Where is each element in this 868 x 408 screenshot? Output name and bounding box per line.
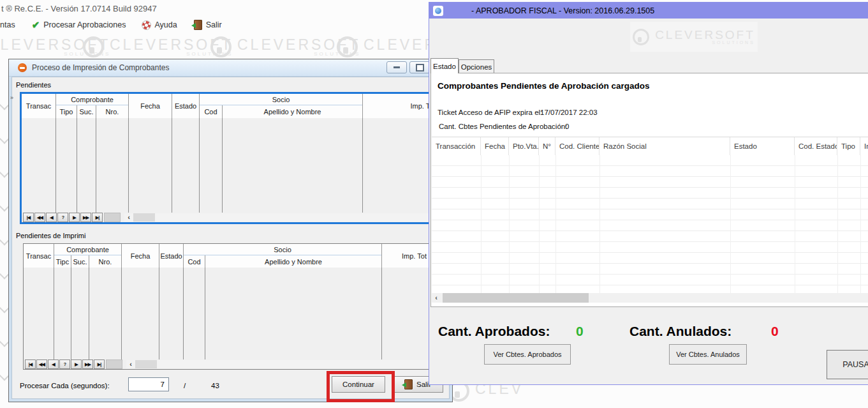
- col-estado[interactable]: Estado: [730, 137, 795, 155]
- menu-item-procesar-aprobaciones[interactable]: ✔ Procesar Aprobaciones: [32, 19, 126, 31]
- col-tipo: Tipc: [54, 255, 71, 268]
- nav-prior-button[interactable]: ◀: [46, 213, 57, 222]
- scroll-left-icon[interactable]: ‹: [124, 213, 133, 222]
- menu-procesar-label: Procesar Aprobaciones: [43, 20, 126, 29]
- colgroup-socio: Socio Cod Apellido y Nombre: [184, 244, 382, 268]
- col-numero[interactable]: N°: [539, 137, 555, 155]
- scrollbar-thumb[interactable]: [135, 360, 157, 368]
- right-window-titlebar[interactable]: - APROBADOR FISCAL - Version: 2016.06.29…: [429, 3, 868, 19]
- col-cod-estado[interactable]: Cod. Estado: [795, 137, 837, 155]
- col-pto-vta[interactable]: Pto.Vta.: [509, 137, 539, 155]
- col-apellido: Apellido y Nombre: [205, 255, 381, 268]
- nav-refresh-button[interactable]: ?: [57, 213, 68, 222]
- col-transac: Transac: [24, 244, 54, 268]
- panel-heading: Comprobantes Pendientes de Aprobación ca…: [438, 81, 650, 91]
- pausa-button[interactable]: PAUSA: [827, 350, 868, 379]
- col-transac: Transac: [22, 94, 56, 118]
- check-icon: ✔: [32, 19, 40, 31]
- nav-last-button[interactable]: ▶|: [94, 359, 105, 369]
- col-tipo: Tipo: [56, 105, 77, 118]
- help-lifebuoy-icon: [142, 21, 151, 29]
- tab-estado[interactable]: Estado: [430, 58, 459, 73]
- horizontal-scrollbar[interactable]: ‹: [126, 360, 446, 368]
- expander-chevrons[interactable]: »: [10, 94, 13, 101]
- nav-next-button[interactable]: ▶: [69, 213, 80, 222]
- left-window-title: Proceso de Impresión de Comprobantes: [32, 63, 169, 72]
- col-fecha[interactable]: Fecha: [481, 137, 509, 155]
- col-nro: Nro.: [89, 255, 121, 268]
- cant-aprobados-value: 0: [576, 324, 584, 339]
- pendientes-grid-header: Transac Comprobante Tipo Suc. Nro. Fecha…: [22, 94, 444, 118]
- col-razon-social[interactable]: Razón Social: [600, 137, 730, 155]
- colgroup-socio: Socio Cod Apellido y Nombre: [200, 94, 363, 118]
- nav-first-button[interactable]: |◀: [25, 359, 36, 369]
- exit-door-icon: [194, 20, 202, 30]
- app-version-title: t ® Re.C.E. - Versión 17.0714 Build 9294…: [1, 4, 157, 13]
- col-suc: Suc.: [77, 105, 96, 118]
- ver-cbtes-anulados-button[interactable]: Ver Cbtes. Anulados: [669, 344, 747, 365]
- window-aprobador-fiscal: - APROBADOR FISCAL - Version: 2016.06.29…: [429, 2, 868, 385]
- nav-next-page-button[interactable]: ▶▶: [82, 359, 93, 369]
- slash-separator: /: [184, 382, 186, 389]
- desktop: t ® Re.C.E. - Versión 17.0714 Build 9294…: [0, 0, 868, 408]
- nav-prior-button[interactable]: ◀: [48, 359, 59, 369]
- pendientes-label: Pendientes: [16, 81, 51, 89]
- right-window-title: - APROBADOR FISCAL - Version: 2016.06.29…: [471, 6, 654, 15]
- menu-item-ayuda[interactable]: Ayuda: [142, 20, 177, 29]
- table-horizontal-scrollbar[interactable]: ‹: [432, 293, 868, 303]
- nav-refresh-button[interactable]: ?: [59, 359, 70, 369]
- left-window-content: » Pendientes Transac Comprobante Tipo Su…: [11, 77, 450, 399]
- procesar-cada-label: Procesar Cada (segundos):: [20, 382, 110, 389]
- ver-cbtes-aprobados-button[interactable]: Ver Cbtes. Aprobados: [484, 344, 571, 365]
- nav-prior-page-button[interactable]: ◀◀: [34, 213, 45, 222]
- aprobador-app-icon: [433, 6, 443, 16]
- nav-last-button[interactable]: ▶|: [92, 213, 103, 222]
- scrollbar-thumb[interactable]: [443, 293, 589, 303]
- scrollbar-thumb[interactable]: [133, 213, 155, 222]
- brand-circle-icon: [337, 36, 358, 57]
- aprobacion-table-header: Transacción Fecha Pto.Vta. N° Cod. Clien…: [432, 137, 868, 156]
- col-imp[interactable]: Imp: [860, 137, 868, 155]
- cant-anulados-label: Cant. Anulados:: [629, 324, 732, 339]
- nav-next-button[interactable]: ▶: [71, 359, 82, 369]
- brand-circle-icon: [210, 36, 232, 57]
- maximize-button[interactable]: [409, 61, 430, 73]
- nav-spacer: [106, 359, 122, 369]
- pendientes-imprimir-label: Pendientes de Imprimi: [16, 232, 85, 239]
- nav-spacer: [104, 213, 121, 222]
- interval-input[interactable]: [128, 377, 169, 391]
- col-cod: Cod: [184, 255, 205, 268]
- cleversoft-window-icon: [18, 63, 27, 72]
- scroll-left-icon[interactable]: ‹: [432, 294, 441, 302]
- colgroup-comprobante: Comprobante Tipc Suc. Nro.: [54, 244, 122, 268]
- nav-next-page-button[interactable]: ▶▶: [80, 213, 91, 222]
- countdown-value: 43: [211, 382, 219, 389]
- pendientes-grid[interactable]: Transac Comprobante Tipo Suc. Nro. Fecha…: [20, 92, 446, 224]
- imprimir-grid-navigator: |◀ ◀◀ ◀ ? ▶ ▶▶ ▶| ‹: [24, 359, 446, 369]
- left-window-titlebar[interactable]: Proceso de Impresión de Comprobantes: [9, 59, 452, 77]
- col-cod-cliente[interactable]: Cod. Cliente: [555, 137, 600, 155]
- col-tipo[interactable]: Tipo: [837, 137, 860, 155]
- col-fecha: Fecha: [129, 94, 172, 118]
- minimize-button[interactable]: [386, 61, 407, 73]
- nav-first-button[interactable]: |◀: [23, 213, 34, 222]
- col-fecha: Fecha: [122, 244, 159, 268]
- pending-count-value: 0: [565, 123, 569, 130]
- ticket-value: 17/07/2017 22:03: [540, 109, 598, 116]
- horizontal-scrollbar[interactable]: ‹: [124, 213, 444, 222]
- aprobacion-table-body: [432, 155, 868, 293]
- highlight-box: [327, 371, 395, 402]
- scroll-left-icon[interactable]: ‹: [126, 360, 135, 368]
- ticket-label: Ticket Acceso de AFIP expira el:: [438, 109, 542, 116]
- menu-item-partial[interactable]: ntas: [0, 20, 15, 29]
- tab-opciones[interactable]: Opciones: [459, 59, 494, 73]
- imprimir-grid-body: [24, 268, 446, 359]
- menu-salir-label: Salir: [206, 20, 222, 29]
- nav-prior-page-button[interactable]: ◀◀: [36, 359, 47, 369]
- pendientes-imprimir-grid[interactable]: Transac Comprobante Tipc Suc. Nro. Fecha…: [23, 243, 447, 370]
- col-estado: Estado: [172, 94, 200, 118]
- menu-item-salir[interactable]: Salir: [194, 20, 222, 30]
- brand-circle-icon: [633, 29, 649, 45]
- col-transaccion[interactable]: Transacción: [432, 137, 481, 155]
- pendientes-grid-navigator: |◀ ◀◀ ◀ ? ▶ ▶▶ ▶| ‹: [22, 213, 444, 222]
